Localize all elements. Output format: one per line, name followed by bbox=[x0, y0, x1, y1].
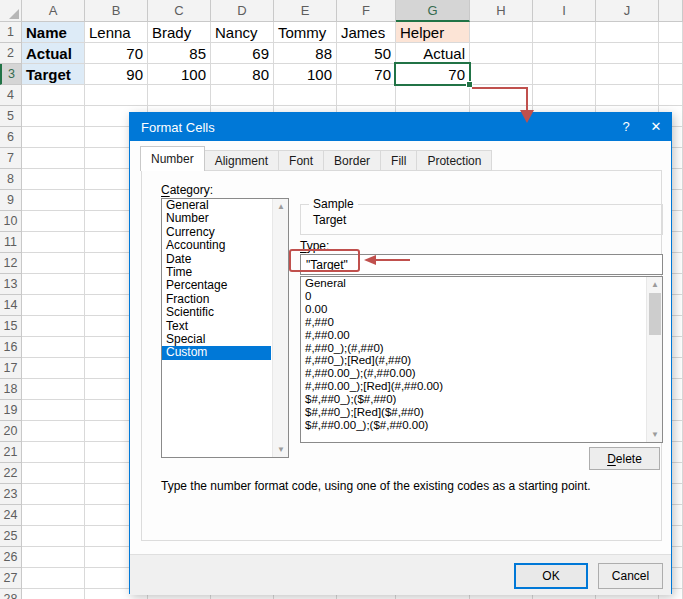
cell-H1[interactable] bbox=[470, 22, 533, 43]
row-header-1[interactable]: 1 bbox=[0, 22, 22, 43]
ok-button[interactable]: OK bbox=[514, 563, 588, 589]
cell-J2[interactable] bbox=[596, 43, 659, 64]
format-code-item[interactable]: #,##0.00_);(#,##0.00) bbox=[301, 367, 645, 380]
scroll-thumb[interactable] bbox=[649, 293, 661, 335]
column-header-E[interactable]: E bbox=[274, 0, 337, 22]
close-button[interactable]: ✕ bbox=[641, 113, 671, 141]
select-all-corner[interactable] bbox=[0, 0, 22, 22]
format-code-item[interactable]: $#,##0_);[Red]($#,##0) bbox=[301, 406, 645, 419]
cell-x3[interactable] bbox=[659, 64, 683, 85]
column-header-C[interactable]: C bbox=[148, 0, 211, 22]
column-header-H[interactable]: H bbox=[470, 0, 533, 22]
cell-A20[interactable] bbox=[22, 421, 85, 442]
cancel-button[interactable]: Cancel bbox=[598, 563, 663, 589]
cell-A11[interactable] bbox=[22, 232, 85, 253]
cell-A23[interactable] bbox=[22, 484, 85, 505]
cell-A21[interactable] bbox=[22, 442, 85, 463]
cell-A8[interactable] bbox=[22, 169, 85, 190]
category-item-number[interactable]: Number bbox=[162, 212, 271, 225]
row-header-27[interactable]: 27 bbox=[0, 568, 22, 589]
cell-A7[interactable] bbox=[22, 148, 85, 169]
row-header-6[interactable]: 6 bbox=[0, 127, 22, 148]
category-item-currency[interactable]: Currency bbox=[162, 226, 271, 239]
cell-C3[interactable]: 100 bbox=[148, 64, 211, 85]
cell-A15[interactable] bbox=[22, 316, 85, 337]
row-header-10[interactable]: 10 bbox=[0, 211, 22, 232]
row-header-16[interactable]: 16 bbox=[0, 337, 22, 358]
cell-J3[interactable] bbox=[596, 64, 659, 85]
row-header-17[interactable]: 17 bbox=[0, 358, 22, 379]
row-header-22[interactable]: 22 bbox=[0, 463, 22, 484]
category-item-scientific[interactable]: Scientific bbox=[162, 306, 271, 319]
row-header-26[interactable]: 26 bbox=[0, 547, 22, 568]
row-header-24[interactable]: 24 bbox=[0, 505, 22, 526]
cell-D4[interactable] bbox=[211, 85, 274, 106]
format-code-item[interactable]: #,##0_);[Red](#,##0) bbox=[301, 354, 645, 367]
cell-F4[interactable] bbox=[337, 85, 396, 106]
tab-font[interactable]: Font bbox=[279, 150, 324, 171]
row-header-13[interactable]: 13 bbox=[0, 274, 22, 295]
cell-x2[interactable] bbox=[659, 43, 683, 64]
cell-J4[interactable] bbox=[596, 85, 659, 106]
cell-A12[interactable] bbox=[22, 253, 85, 274]
cell-A19[interactable] bbox=[22, 400, 85, 421]
format-code-item[interactable]: #,##0.00 bbox=[301, 329, 645, 342]
tab-protection[interactable]: Protection bbox=[417, 150, 492, 171]
cell-F2[interactable]: 50 bbox=[337, 43, 396, 64]
row-header-5[interactable]: 5 bbox=[0, 106, 22, 127]
row-header-18[interactable]: 18 bbox=[0, 379, 22, 400]
cell-A9[interactable] bbox=[22, 190, 85, 211]
format-codes-listbox[interactable]: General00.00#,##0#,##0.00#,##0_);(#,##0)… bbox=[300, 276, 663, 443]
cell-F3[interactable]: 70 bbox=[337, 64, 396, 85]
cell-F1[interactable]: James bbox=[337, 22, 396, 43]
cell-I2[interactable] bbox=[533, 43, 596, 64]
cell-E4[interactable] bbox=[274, 85, 337, 106]
scroll-down-icon[interactable]: ▼ bbox=[647, 427, 663, 442]
category-item-custom[interactable]: Custom bbox=[162, 346, 271, 359]
row-header-25[interactable]: 25 bbox=[0, 526, 22, 547]
row-header-12[interactable]: 12 bbox=[0, 253, 22, 274]
cell-C2[interactable]: 85 bbox=[148, 43, 211, 64]
cell-A13[interactable] bbox=[22, 274, 85, 295]
scroll-up-icon[interactable]: ▲ bbox=[647, 277, 663, 292]
cell-G2[interactable]: Actual bbox=[396, 43, 470, 64]
column-header-D[interactable]: D bbox=[211, 0, 274, 22]
category-item-text[interactable]: Text bbox=[162, 320, 271, 333]
cell-A22[interactable] bbox=[22, 463, 85, 484]
dialog-titlebar[interactable]: Format Cells ? ✕ bbox=[130, 113, 671, 141]
tab-alignment[interactable]: Alignment bbox=[205, 150, 279, 171]
row-header-23[interactable]: 23 bbox=[0, 484, 22, 505]
cell-H2[interactable] bbox=[470, 43, 533, 64]
cell-A16[interactable] bbox=[22, 337, 85, 358]
cell-G4[interactable] bbox=[396, 85, 470, 106]
category-item-fraction[interactable]: Fraction bbox=[162, 293, 271, 306]
delete-button[interactable]: Delete bbox=[589, 447, 660, 470]
cell-D3[interactable]: 80 bbox=[211, 64, 274, 85]
cell-E2[interactable]: 88 bbox=[274, 43, 337, 64]
row-header-14[interactable]: 14 bbox=[0, 295, 22, 316]
category-item-general[interactable]: General bbox=[162, 199, 271, 212]
format-code-item[interactable]: #,##0.00_);[Red](#,##0.00) bbox=[301, 380, 645, 393]
tab-number[interactable]: Number bbox=[140, 146, 205, 171]
cell-B3[interactable]: 90 bbox=[85, 64, 148, 85]
row-header-20[interactable]: 20 bbox=[0, 421, 22, 442]
cell-x1[interactable] bbox=[659, 22, 683, 43]
category-item-accounting[interactable]: Accounting bbox=[162, 239, 271, 252]
row-header-7[interactable]: 7 bbox=[0, 148, 22, 169]
column-header-F[interactable]: F bbox=[337, 0, 396, 22]
cell-A17[interactable] bbox=[22, 358, 85, 379]
cell-J1[interactable] bbox=[596, 22, 659, 43]
column-header-I[interactable]: I bbox=[533, 0, 596, 22]
cell-A24[interactable] bbox=[22, 505, 85, 526]
cell-D1[interactable]: Nancy bbox=[211, 22, 274, 43]
cell-x4[interactable] bbox=[659, 85, 683, 106]
category-listbox[interactable]: GeneralNumberCurrencyAccountingDateTimeP… bbox=[161, 198, 289, 458]
cell-A18[interactable] bbox=[22, 379, 85, 400]
cell-A25[interactable] bbox=[22, 526, 85, 547]
cell-A10[interactable] bbox=[22, 211, 85, 232]
cell-C1[interactable]: Brady bbox=[148, 22, 211, 43]
cell-C4[interactable] bbox=[148, 85, 211, 106]
cell-A1[interactable]: Name bbox=[22, 22, 85, 43]
cell-A14[interactable] bbox=[22, 295, 85, 316]
codes-scrollbar[interactable]: ▲▼ bbox=[646, 277, 662, 442]
